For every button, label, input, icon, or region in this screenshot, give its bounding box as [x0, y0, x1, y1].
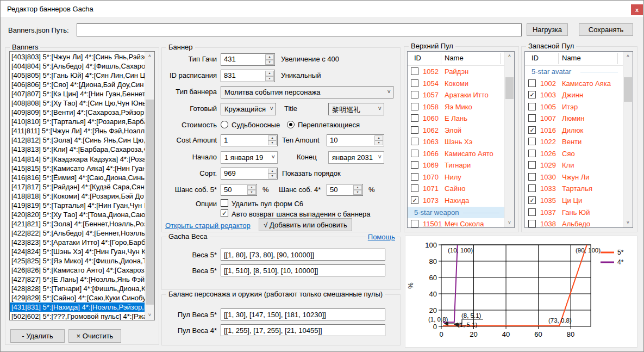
scroll-thumb[interactable]: [505, 77, 514, 99]
banner-list-item[interactable]: [422|822] 5*:[Альбедо] 4*:[Беннет,Ноэлль…: [10, 229, 145, 238]
spin-up-icon[interactable]: ▴: [268, 135, 277, 140]
pool-row[interactable]: 1066Камисато Аято: [408, 148, 505, 160]
title-combo[interactable]: 黎明巡礼 ˅: [328, 103, 384, 115]
pool-row[interactable]: 1037Гань Юй: [525, 207, 623, 219]
banner-list-item[interactable]: [502|602] 5*:[???,Громовой пульс] 4*:[Рж…: [10, 312, 145, 320]
scroll-up-icon[interactable]: ˄: [623, 52, 633, 61]
banner-list-item[interactable]: [425|825] 5*:[Яэ Мико] 4*:[Фишль,Диона,Т: [10, 256, 145, 265]
banner-list-item[interactable]: [412|812] 5*:[Эола] 4*:[Синь Янь,Син Цю,: [10, 135, 145, 145]
prefab-combo[interactable]: Кружащийся л ˅: [221, 103, 276, 115]
scroll-thumb[interactable]: [146, 100, 154, 305]
begin-date-combo[interactable]: 1 января 19 ˅: [221, 151, 278, 164]
banner-list-item[interactable]: [431|831] 5*:[Нахида] 4*:[Ноэлль,Рэйзор,…: [10, 302, 145, 312]
clear-banner-button[interactable]: × Очистить: [68, 329, 121, 343]
pool-item-checkbox[interactable]: [528, 103, 536, 110]
banner-list-item[interactable]: [415|815] 5*:[Камисато Аяка] 4*:[Нин Гуа…: [10, 164, 145, 173]
upper-pool-list[interactable]: ID Name 1052Райдэн1054Кокоми1057Аратаки …: [407, 51, 515, 228]
reserve-pool-scrollbar[interactable]: ˄ ˅: [623, 52, 633, 227]
spin-up-icon[interactable]: ▴: [265, 54, 274, 60]
pool-item-checkbox[interactable]: [528, 161, 536, 169]
spin-down-icon[interactable]: ▾: [247, 190, 256, 195]
pool-row[interactable]: 1038Альбедо: [525, 218, 623, 227]
pool-row[interactable]: ✓1035Ци Ци: [525, 195, 623, 207]
close-button[interactable]: x: [631, 4, 643, 15]
spin-up-icon[interactable]: ▴: [374, 135, 383, 140]
save-button[interactable]: Сохранять: [579, 23, 633, 36]
pool-row[interactable]: 1062Элой: [408, 125, 505, 137]
pool-item-checkbox[interactable]: [528, 184, 536, 192]
pool-item-checkbox[interactable]: [411, 126, 418, 134]
pool-item-checkbox[interactable]: [411, 220, 418, 227]
pool-item-checkbox[interactable]: [528, 114, 536, 122]
banner-list-item[interactable]: [421|821] 5*:[Эола] 4*:[Беннет,Ноэлль,Ро…: [10, 219, 145, 229]
cost-amount-spinner[interactable]: 1 ▴▾: [221, 134, 278, 146]
pool-item-checkbox[interactable]: [411, 91, 418, 98]
pool-item-checkbox[interactable]: ✓: [411, 196, 418, 204]
pool-row[interactable]: 1026Сяо: [525, 148, 623, 160]
banner-list-item[interactable]: [413|813] 5*:[Кли] 4*:[Барбара,Сахароза,…: [10, 145, 145, 154]
banner-list-item[interactable]: [414|814] 5*:[Каэдэхара Кадзуха] 4*:[Роз…: [10, 155, 145, 164]
pool-row[interactable]: 1033Тарталья: [525, 183, 623, 195]
option-remove-pool-checkbox[interactable]: [221, 199, 228, 207]
pool-row[interactable]: 1005Итэр: [525, 101, 623, 113]
pool-item-checkbox[interactable]: [411, 79, 418, 87]
banner-type-combo[interactable]: Молитва события персонажа ˅: [221, 86, 393, 98]
upper-pool-scrollbar[interactable]: ˄ ˅: [504, 52, 514, 227]
pool-weights5-input[interactable]: [221, 308, 385, 320]
pool-item-checkbox[interactable]: [528, 150, 536, 157]
pool-row[interactable]: 1030Чжун Ли: [525, 171, 623, 183]
banner-list-item[interactable]: [423|823] 5*:[Аратаки Итто] 4*:[Горо,Бар…: [10, 238, 145, 247]
spin-up-icon[interactable]: ▴: [268, 169, 277, 174]
pool-row[interactable]: 1022Венти: [525, 136, 623, 148]
banners-scrollbar[interactable]: ˄ ˅: [145, 52, 154, 320]
option-auto-return-checkbox[interactable]: ✓: [221, 209, 228, 217]
banner-list-item[interactable]: [418|818] 5*:[Кокоми] 4*:[Розария,Бэй До: [10, 192, 145, 201]
pool-row[interactable]: 1060Е Лань: [408, 113, 505, 125]
pool-item-checkbox[interactable]: [411, 103, 418, 110]
pool-row[interactable]: 1070Нилу: [408, 171, 505, 183]
pool-item-checkbox[interactable]: [411, 114, 418, 122]
cost-radio-intertwined[interactable]: [287, 121, 295, 128]
pool-row[interactable]: 1054Кокоми: [408, 78, 505, 90]
spin-up-icon[interactable]: ▴: [353, 185, 362, 190]
end-date-combo[interactable]: января 2031 ˅: [328, 151, 384, 164]
pool-item-checkbox[interactable]: [411, 173, 418, 181]
banner-list-item[interactable]: [407|807] 5*:[Кэ Цин] 4*:[Нин Гуан,Бенне…: [10, 89, 145, 98]
spin-down-icon[interactable]: ▾: [265, 60, 274, 65]
open-old-editor-link[interactable]: Открыть старый редактор: [165, 221, 251, 230]
scroll-thumb[interactable]: [624, 77, 632, 102]
load-button[interactable]: Нагрузка: [527, 23, 568, 36]
pool-item-checkbox[interactable]: [528, 138, 536, 145]
weights4-input[interactable]: [221, 264, 385, 276]
pool-row[interactable]: 1052Райдэн: [408, 66, 505, 78]
banner-list-item[interactable]: [419|819] 5*:[Тарталья] 4*:[Нин Гуан,Чун…: [10, 201, 145, 210]
pool-row[interactable]: ✓1016Дилюк: [525, 125, 623, 137]
pool-item-checkbox[interactable]: [411, 161, 418, 169]
banner-list-item[interactable]: [408|808] 5*:[Ху Тао] 4*:[Син Цю,Чун Юнь: [10, 98, 145, 108]
cost-radio-fate[interactable]: [221, 121, 228, 128]
weights5-input[interactable]: [221, 249, 385, 261]
pool-row[interactable]: 1069Тигнари: [408, 159, 505, 171]
chance4-spinner[interactable]: 50 ▴▾: [327, 184, 363, 196]
ten-amount-spinner[interactable]: 10 ▴▾: [327, 134, 384, 146]
spin-down-icon[interactable]: ▾: [265, 76, 274, 82]
pool-item-checkbox[interactable]: [411, 138, 418, 145]
banner-list-item[interactable]: [411|811] 5*:[Чжун Ли] 4*:[Янь Фэй,Ноэлл: [10, 126, 145, 135]
spin-up-icon[interactable]: ▴: [265, 71, 274, 76]
pool-row[interactable]: 1071Сайно: [408, 183, 505, 195]
reserve-pool-list[interactable]: ID Name 5-star avatar1002Камисато Аяка✓1…: [524, 51, 633, 228]
banners-listbox[interactable]: [403|803] 5*:[Чжун Ли] 4*:[Синь Янь,Рэйз…: [9, 51, 155, 320]
banner-list-item[interactable]: [427|827] 5*:[Е Лань] 4*:[Ноэлль,Янь Фэй…: [10, 275, 145, 284]
pool-item-checkbox[interactable]: [528, 208, 536, 216]
path-input[interactable]: [77, 23, 522, 36]
pool-item-checkbox[interactable]: ✓: [528, 91, 536, 98]
banner-list-item[interactable]: [406|806] 5*:[Сяо] 4*:[Диона,Бэй Доу,Син: [10, 80, 145, 89]
chance5-spinner[interactable]: 50 ▴▾: [221, 184, 257, 196]
banner-list-item[interactable]: [409|809] 5*:[Венти] 4*:[Сахароза,Рэйзор…: [10, 108, 145, 117]
scroll-down-icon[interactable]: ˅: [145, 311, 154, 320]
spin-up-icon[interactable]: ▴: [247, 185, 256, 190]
scroll-up-icon[interactable]: ˄: [505, 52, 514, 61]
pool-row[interactable]: 1057Аратаки Итто: [408, 89, 505, 101]
scroll-down-icon[interactable]: ˅: [623, 218, 633, 227]
gacha-type-spinner[interactable]: 431 ▴▾: [221, 53, 275, 66]
